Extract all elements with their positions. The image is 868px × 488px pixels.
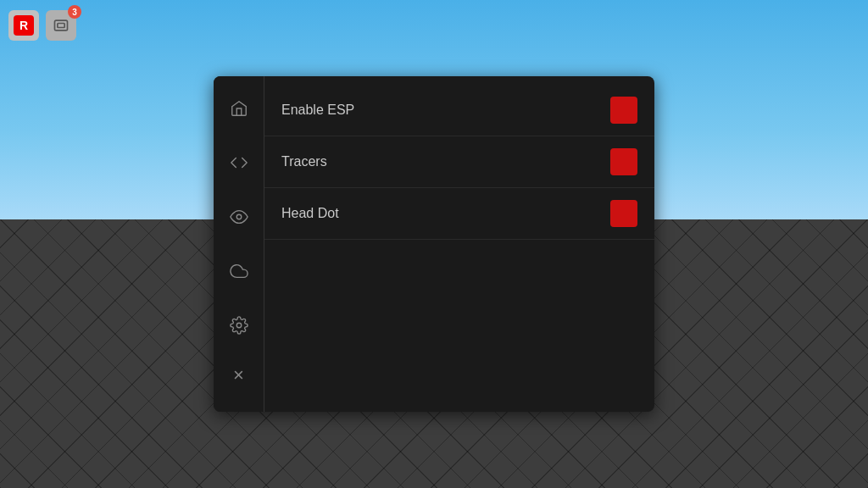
empty-space	[264, 240, 654, 403]
svg-rect-3	[58, 24, 64, 28]
menu-item-head-dot[interactable]: Head Dot	[264, 188, 654, 240]
head-dot-label: Head Dot	[281, 206, 339, 221]
close-button[interactable]: ×	[233, 364, 244, 395]
sidebar-item-settings[interactable]	[224, 310, 254, 341]
esp-panel: × Enable ESP Tracers Head Dot	[214, 76, 654, 412]
notification-badge: 3	[68, 5, 81, 19]
menu-item-enable-esp[interactable]: Enable ESP	[264, 85, 654, 136]
sidebar-item-code[interactable]	[224, 147, 254, 178]
menu-item-tracers[interactable]: Tracers	[264, 136, 654, 188]
enable-esp-toggle[interactable]	[610, 97, 637, 124]
sidebar: ×	[214, 76, 264, 412]
tracers-label: Tracers	[281, 154, 327, 169]
roblox-logo-icon[interactable]: R	[8, 10, 39, 41]
sidebar-item-home[interactable]	[224, 93, 254, 124]
top-icons-bar: R 3	[8, 10, 76, 41]
svg-text:R: R	[19, 19, 28, 32]
enable-esp-label: Enable ESP	[281, 103, 354, 118]
panel-content: Enable ESP Tracers Head Dot	[264, 76, 654, 412]
tracers-toggle[interactable]	[610, 148, 637, 175]
sidebar-item-cloud[interactable]	[224, 256, 254, 286]
svg-point-5	[236, 323, 242, 328]
head-dot-toggle[interactable]	[610, 200, 637, 227]
screenshot-button[interactable]: 3	[46, 10, 76, 41]
svg-rect-2	[55, 20, 68, 30]
sidebar-item-eye[interactable]	[224, 202, 254, 232]
svg-point-4	[236, 214, 242, 219]
